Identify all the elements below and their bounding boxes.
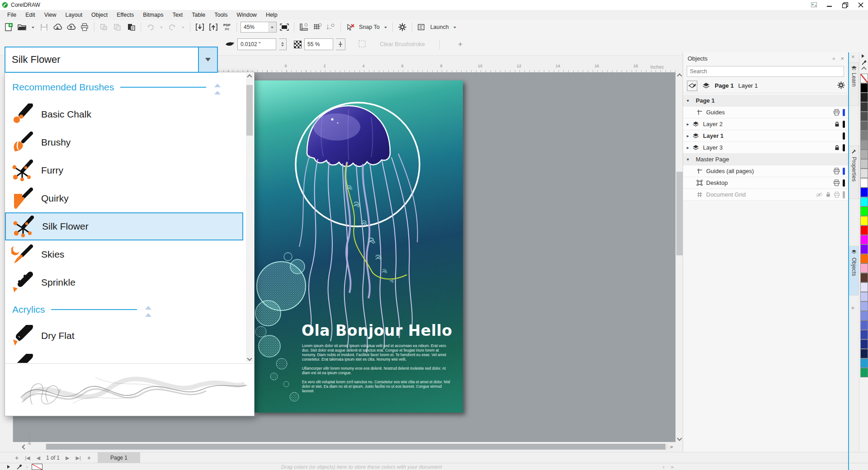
- brush-item-sprinkle[interactable]: Sprinkle: [5, 268, 243, 296]
- color-swatch[interactable]: [860, 358, 868, 368]
- add-page-button-2[interactable]: +: [84, 454, 94, 461]
- brush-item-furry[interactable]: Furry: [5, 156, 243, 184]
- first-page-button[interactable]: |◀: [22, 455, 33, 461]
- expand-right-icon[interactable]: ›: [663, 464, 665, 470]
- brushstroke-combo-dropdown[interactable]: [198, 47, 217, 72]
- color-swatch[interactable]: [860, 244, 868, 254]
- menu-table[interactable]: Table: [187, 10, 210, 20]
- launch-dropdown[interactable]: [452, 21, 458, 33]
- color-swatch[interactable]: [860, 368, 868, 377]
- options-button[interactable]: [396, 21, 408, 33]
- brush-category-acrylics[interactable]: Acrylics: [5, 298, 254, 321]
- clear-brushstroke-button[interactable]: Clear Brushstroke: [380, 41, 425, 47]
- color-swatch[interactable]: [860, 93, 868, 102]
- show-grid-button[interactable]: [311, 21, 323, 33]
- undo-dropdown[interactable]: [158, 21, 165, 33]
- close-docker-icon[interactable]: ×: [840, 55, 844, 62]
- brush-item-basic-chalk[interactable]: Basic Chalk: [5, 100, 243, 128]
- open-button[interactable]: [16, 21, 28, 33]
- color-swatch[interactable]: [860, 235, 868, 244]
- color-swatch[interactable]: [860, 131, 868, 140]
- color-swatch[interactable]: [860, 216, 868, 226]
- color-swatch[interactable]: [860, 159, 868, 169]
- active-layer-row[interactable]: Page 1 Layer 1: [683, 79, 849, 93]
- brush-list-scrollbar[interactable]: [246, 73, 253, 362]
- printable-icon[interactable]: [834, 192, 840, 198]
- canvas-page[interactable]: Ola Bonjour Hello Lorem ipsum dolor sit …: [255, 80, 463, 413]
- fullscreen-preview-button[interactable]: [278, 21, 290, 33]
- launch-label[interactable]: Launch: [430, 24, 449, 30]
- eyedropper-icon[interactable]: [16, 464, 23, 470]
- color-swatch[interactable]: [860, 102, 868, 112]
- collapse-left-icon[interactable]: ‹: [26, 464, 28, 470]
- add-page-button[interactable]: +: [12, 454, 22, 461]
- copy-button[interactable]: [112, 21, 123, 33]
- scroll-down-icon[interactable]: [676, 435, 683, 442]
- printable-icon[interactable]: [833, 179, 840, 186]
- printable-icon[interactable]: [833, 109, 840, 116]
- undo-button[interactable]: [145, 21, 156, 33]
- color-swatch[interactable]: [860, 292, 868, 301]
- pen-color-indicator[interactable]: [843, 179, 845, 187]
- vertical-scroll-thumb[interactable]: [676, 172, 683, 255]
- restore-button[interactable]: [842, 2, 848, 8]
- color-swatch[interactable]: [860, 349, 868, 358]
- pan-expand-icon[interactable]: »: [670, 444, 673, 449]
- close-strip-icon[interactable]: ×: [851, 53, 855, 60]
- menu-file[interactable]: File: [3, 10, 21, 20]
- chevron-right-icon[interactable]: ▸: [687, 145, 692, 150]
- snap-to-dropdown[interactable]: [382, 21, 389, 33]
- color-swatch[interactable]: [860, 330, 868, 339]
- menu-effects[interactable]: Effects: [112, 10, 138, 20]
- menu-text[interactable]: Text: [168, 10, 187, 20]
- color-swatch[interactable]: [860, 169, 868, 178]
- show-guidelines-button[interactable]: [325, 21, 337, 33]
- account-icon[interactable]: [811, 2, 817, 8]
- color-swatch[interactable]: [860, 150, 868, 159]
- launch-icon[interactable]: [416, 21, 428, 33]
- horizontal-scroll-thumb[interactable]: [46, 444, 665, 450]
- printable-icon[interactable]: [833, 168, 840, 174]
- tree-row-master-page[interactable]: ▾ Master Page: [683, 154, 849, 165]
- transparency-slider-button[interactable]: [336, 38, 345, 50]
- brush-item-silk-flower[interactable]: Silk Flower: [5, 212, 243, 240]
- tree-row-document-grid[interactable]: Document Grid: [683, 189, 849, 201]
- transparency-input[interactable]: 55 %: [304, 38, 333, 50]
- zoom-dropdown[interactable]: [268, 22, 276, 32]
- color-swatch[interactable]: [860, 226, 868, 235]
- color-swatch[interactable]: [860, 197, 868, 207]
- menu-window[interactable]: Window: [232, 10, 261, 20]
- snap-off-button[interactable]: [344, 21, 356, 33]
- dock-flyout-icon[interactable]: »: [832, 56, 835, 61]
- redo-button[interactable]: [166, 21, 178, 33]
- color-swatch[interactable]: [860, 339, 868, 349]
- brush-category-recommended[interactable]: Recommended Brushes: [5, 76, 254, 99]
- color-swatch[interactable]: [860, 121, 868, 131]
- brush-item-partial[interactable]: [5, 351, 243, 363]
- no-fill-swatch[interactable]: [32, 464, 42, 470]
- color-swatch[interactable]: [860, 263, 868, 273]
- lock-icon[interactable]: [826, 192, 831, 197]
- zoom-level-combo[interactable]: 45%: [241, 22, 277, 33]
- pen-color-indicator[interactable]: [843, 132, 845, 140]
- eyedropper-icon[interactable]: [861, 60, 867, 66]
- expand-more-icon[interactable]: »: [671, 464, 674, 470]
- chevron-down-icon[interactable]: ▾: [687, 98, 692, 103]
- minimize-button[interactable]: [827, 2, 832, 8]
- brush-item-dry-flat[interactable]: Dry Flat: [5, 322, 243, 350]
- cut-button[interactable]: [98, 21, 110, 33]
- tree-row-layer2[interactable]: ▸ Layer 2: [683, 118, 849, 130]
- color-swatch[interactable]: [860, 254, 868, 263]
- tree-row-guides[interactable]: Guides: [683, 107, 849, 118]
- brush-item-skies[interactable]: Skies: [5, 240, 243, 268]
- tree-row-guides-all-pages[interactable]: Guides (all pages): [683, 165, 849, 177]
- redo-dropdown[interactable]: [180, 21, 186, 33]
- nib-size-input[interactable]: 0.0102 ": [237, 38, 276, 50]
- menu-layout[interactable]: Layout: [61, 10, 87, 20]
- color-swatch[interactable]: [860, 207, 868, 216]
- visibility-off-icon[interactable]: [816, 192, 823, 197]
- paste-button[interactable]: [125, 21, 137, 33]
- brush-settings-icon[interactable]: [358, 40, 366, 49]
- new-document-button[interactable]: [3, 21, 14, 33]
- pdf-button[interactable]: PDF[A]: [221, 21, 233, 33]
